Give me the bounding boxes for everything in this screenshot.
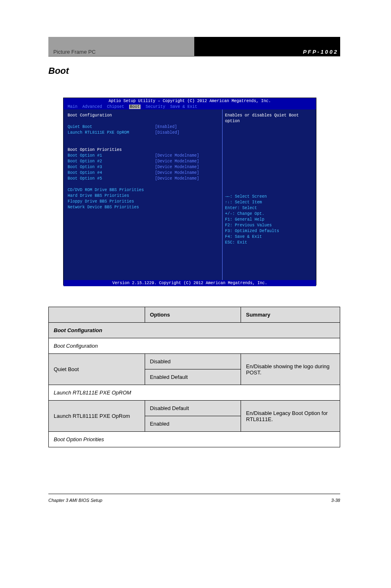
- table-header-row: Options Summary: [49, 307, 340, 323]
- bbs-hdd[interactable]: Hard Drive BBS Priorities: [68, 193, 218, 199]
- boot-row-pxe-oprom[interactable]: Launch RTL8111E PXE OpROM [Disabled]: [68, 130, 218, 136]
- bios-tab-chipset[interactable]: Chipset: [107, 105, 124, 109]
- header-model-number: P F P - 1 0 0 2: [194, 37, 340, 57]
- footer-chapter: Chapter 3 AMI BIOS Setup: [48, 498, 102, 503]
- boot-priorities-heading: Boot Option Priorities: [68, 147, 218, 153]
- boot-option-1[interactable]: Boot Option #1 [Device Modelname]: [68, 153, 218, 159]
- bios-key-help: →←: Select Screen ↑↓: Select Item Enter:…: [225, 194, 314, 246]
- bios-version-bar: Version 2.15.1229. Copyright (C) 2012 Am…: [64, 280, 316, 286]
- boot-option-2[interactable]: Boot Option #2 [Device Modelname]: [68, 159, 218, 164]
- boot-row-quiet-boot[interactable]: Quiet Boot [Enabled]: [68, 124, 218, 130]
- bios-help-text: Enables or disables Quiet Boot option: [225, 113, 314, 124]
- bbs-cdrom[interactable]: CD/DVD ROM Drive BBS Priorities: [68, 187, 218, 193]
- footer-page-number: 3-38: [331, 498, 340, 503]
- table-sub-pxe: Launch RTL8111E PXE OpROM: [49, 385, 340, 401]
- boot-config-heading: Boot Configuration: [68, 113, 218, 119]
- page-header: Picture Frame PC P F P - 1 0 0 2: [48, 37, 340, 57]
- bios-tab-advanced[interactable]: Advanced: [82, 105, 102, 109]
- col-options: Options: [145, 307, 241, 323]
- boot-option-3[interactable]: Boot Option #3 [Device Modelname]: [68, 164, 218, 170]
- bios-screenshot: Aptio Setup Utility – Copyright (C) 2012…: [63, 98, 316, 285]
- bios-title-bar: Aptio Setup Utility – Copyright (C) 2012…: [64, 98, 316, 104]
- boot-option-5[interactable]: Boot Option #5 [Device Modelname]: [68, 176, 218, 182]
- footer-divider: [48, 494, 340, 494]
- header-product-category: Picture Frame PC: [48, 37, 194, 57]
- bios-right-panel: Enables or disables Quiet Boot option →←…: [223, 109, 316, 280]
- table-sub-boot-config: Boot Configuration: [49, 338, 340, 354]
- row-label: Quiet Boot: [49, 354, 145, 385]
- col-summary: Summary: [241, 307, 340, 323]
- boot-option-4[interactable]: Boot Option #4 [Device Modelname]: [68, 170, 218, 176]
- table-row-pxe: Launch RTL8111E PXE OpRom Disabled Defau…: [49, 401, 340, 416]
- table-row-quiet-boot: Quiet Boot Disabled En/Disable showing t…: [49, 354, 340, 369]
- bios-tab-save-exit[interactable]: Save & Exit: [170, 105, 197, 109]
- bios-left-panel: Boot Configuration Quiet Boot [Enabled] …: [64, 109, 223, 280]
- bios-tab-bar: Main Advanced Chipset Boot Security Save…: [64, 104, 316, 109]
- bios-tab-boot[interactable]: Boot: [129, 105, 141, 109]
- bios-tab-main[interactable]: Main: [68, 105, 77, 109]
- table-sub-boot-priorities: Boot Option Priorities: [49, 432, 340, 447]
- settings-table: Options Summary Boot Configuration Boot …: [48, 307, 340, 447]
- table-subheader: Boot Configuration: [49, 323, 340, 338]
- bios-tab-security[interactable]: Security: [145, 105, 165, 109]
- bbs-floppy[interactable]: Floppy Drive BBS Priorities: [68, 199, 218, 205]
- pxe-oprom-label: Launch RTL8111E PXE OpROM: [68, 130, 155, 136]
- pxe-oprom-value: [Disabled]: [155, 130, 218, 136]
- quiet-boot-label: Quiet Boot: [68, 124, 155, 130]
- quiet-boot-value: [Enabled]: [155, 124, 218, 130]
- bbs-network[interactable]: Network Device BBS Priorities: [68, 205, 218, 210]
- section-title: Boot: [48, 66, 69, 76]
